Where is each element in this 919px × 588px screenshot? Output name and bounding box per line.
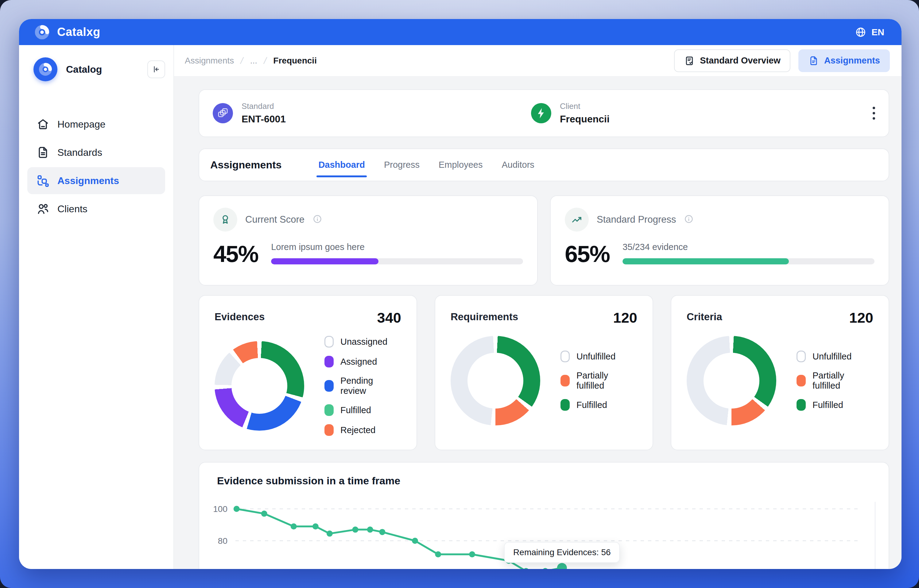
info-icon[interactable] — [684, 214, 694, 225]
score-value: 65% — [565, 242, 609, 266]
sidebar-collapse-button[interactable] — [147, 60, 165, 78]
sidebar: Catalog Homepage — [19, 45, 174, 569]
legend-swatch — [796, 399, 806, 411]
kebab-menu-icon[interactable] — [873, 107, 875, 120]
tab-progress[interactable]: Progress — [383, 155, 420, 174]
legend-swatch — [324, 356, 334, 367]
legend-swatch — [324, 424, 334, 436]
criteria-card: Criteria 120 UnfulfilledPartially fulfil… — [671, 295, 889, 450]
assignments-button[interactable]: Assignments — [798, 49, 890, 72]
dashboard-content: Standard ENT-6001 Client — [174, 76, 901, 569]
home-icon — [36, 117, 50, 131]
standard-overview-label: Standard Overview — [700, 55, 781, 66]
donut-title: Evidences — [214, 309, 264, 323]
legend-label: Unassigned — [340, 337, 387, 347]
requirements-legend: UnfulfilledPartially fulfilledFulfilled — [561, 351, 637, 411]
screenshot: Catalxg EN — [0, 0, 919, 588]
workspace-swirl-icon — [37, 61, 54, 78]
score-caption: Lorem ipsum goes here — [271, 242, 523, 252]
legend-item: Fulfilled — [561, 399, 637, 411]
donut-total: 120 — [613, 309, 637, 326]
language-label: EN — [871, 27, 884, 37]
tab-auditors[interactable]: Auditors — [501, 155, 535, 174]
bolt-icon — [535, 107, 548, 120]
legend-item: Pending review — [324, 376, 401, 396]
breadcrumb-separator: / — [240, 55, 245, 66]
workspace-row: Catalog — [27, 57, 165, 81]
workspace-name: Catalog — [66, 64, 147, 75]
clients-icon — [36, 202, 50, 216]
legend-swatch — [324, 380, 334, 392]
client-avatar — [531, 103, 551, 123]
progress-track — [622, 258, 875, 264]
sidebar-item-assignments[interactable]: Assignments — [27, 167, 165, 194]
breadcrumb-separator: / — [263, 55, 267, 66]
progress-fill — [271, 258, 378, 264]
donut-total: 340 — [377, 309, 401, 326]
title-bar: Catalxg EN — [19, 19, 901, 45]
donut-row: Evidences 340 UnassignedAssignedPending … — [199, 295, 889, 450]
evidences-donut-chart — [214, 341, 304, 431]
evidence-line-chart: 1008060 Remaining Evidences: 56 — [211, 499, 876, 569]
score-value: 45% — [213, 242, 258, 266]
svg-text:80: 80 — [218, 536, 227, 546]
chart-tooltip: Remaining Evidences: 56 — [504, 542, 620, 563]
score-row: Current Score 45% Lorem ipsum goes here — [199, 195, 889, 286]
client-label: Client — [560, 102, 609, 111]
svg-text:100: 100 — [213, 504, 227, 514]
legend-label: Assigned — [340, 357, 377, 367]
sidebar-item-label: Clients — [57, 204, 88, 215]
medal-icon — [213, 208, 237, 232]
legend-label: Partially fulfilled — [812, 370, 873, 391]
sidebar-item-standards[interactable]: Standards — [27, 139, 165, 166]
client-value: Frequencii — [560, 113, 609, 125]
globe-icon — [855, 26, 867, 38]
evidences-card: Evidences 340 UnassignedAssignedPending … — [199, 295, 417, 450]
legend-item: Assigned — [324, 356, 401, 367]
legend-item: Rejected — [324, 424, 401, 436]
standard-label: Standard — [242, 102, 286, 111]
brand-name: Catalxg — [57, 26, 100, 39]
donut-title: Requirements — [451, 309, 518, 323]
main-area: Assignments / ... / Frequencii Standard … — [174, 45, 901, 569]
progress-track — [271, 258, 523, 264]
requirements-card: Requirements 120 UnfulfilledPartially fu… — [434, 295, 653, 450]
legend-item: Unfulfilled — [796, 351, 873, 362]
layers-icon — [216, 107, 229, 120]
legend-item: Unfulfilled — [561, 351, 637, 362]
language-switcher[interactable]: EN — [855, 26, 884, 38]
brand: Catalxg — [32, 23, 100, 42]
top-bar: Assignments / ... / Frequencii Standard … — [174, 45, 901, 76]
score-title: Standard Progress — [597, 214, 676, 225]
sidebar-item-homepage[interactable]: Homepage — [27, 111, 165, 138]
tab-dashboard[interactable]: Dashboard — [318, 155, 365, 174]
breadcrumb: Assignments / ... / Frequencii — [185, 55, 317, 66]
donut-title: Criteria — [687, 309, 722, 323]
score-title: Current Score — [245, 214, 305, 225]
tab-employees[interactable]: Employees — [438, 155, 483, 174]
legend-label: Fulfilled — [340, 405, 371, 415]
trending-up-icon — [565, 208, 589, 232]
breadcrumb-current: Frequencii — [273, 56, 317, 66]
standard-overview-button[interactable]: Standard Overview — [674, 49, 790, 72]
active-tab-underline — [316, 176, 366, 177]
current-score-card: Current Score 45% Lorem ipsum goes here — [199, 195, 538, 286]
requirements-donut-chart — [451, 336, 540, 425]
legend-swatch — [796, 375, 806, 386]
info-icon[interactable] — [313, 214, 322, 225]
standard-group: Standard ENT-6001 — [213, 102, 531, 125]
legend-item: Partially fulfilled — [796, 370, 873, 391]
breadcrumb-item-ellipsis[interactable]: ... — [250, 56, 257, 66]
criteria-legend: UnfulfilledPartially fulfilledFulfilled — [796, 351, 873, 411]
evidences-legend: UnassignedAssignedPending reviewFulfille… — [324, 336, 401, 436]
chart-title: Evidence submission in a time frame — [211, 475, 876, 487]
document-icon — [36, 145, 50, 160]
top-actions: Standard Overview Assignments — [674, 49, 890, 72]
svg-text:60: 60 — [218, 568, 227, 569]
tab-bar: Dashboard Progress Employees Auditors — [318, 155, 535, 174]
breadcrumb-item[interactable]: Assignments — [185, 56, 234, 66]
sidebar-item-clients[interactable]: Clients — [27, 195, 165, 222]
progress-fill — [622, 258, 789, 264]
workspace-avatar[interactable] — [34, 57, 57, 81]
legend-swatch — [561, 375, 570, 386]
